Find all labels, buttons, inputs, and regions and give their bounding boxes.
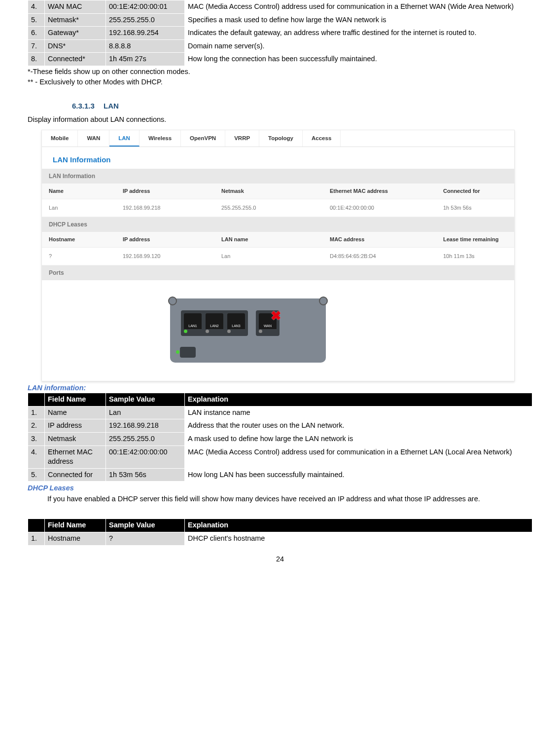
tab-access[interactable]: Access: [303, 130, 341, 147]
port-label: LAN2: [206, 324, 223, 328]
field-name: DNS*: [45, 39, 106, 53]
field-name: Netmask*: [45, 13, 106, 27]
section-bar-lan-info: LAN Information: [42, 169, 514, 184]
port-label: LAN3: [227, 324, 245, 328]
cell: 00:1E:42:00:00:00: [330, 204, 443, 212]
table-row: 3. Netmask 255.255.255.0 A mask used to …: [28, 433, 532, 446]
field-name: IP address: [45, 419, 106, 433]
row-index: 8.: [28, 53, 45, 66]
wan-port-group: WAN ✖: [256, 310, 280, 336]
table-row: 1. Name Lan LAN instance name: [28, 406, 532, 419]
col-header: Ethernet MAC address: [330, 187, 443, 195]
col-header: [28, 393, 45, 407]
wan-table: 4. WAN MAC 00:1E:42:00:00:01 MAC (Media …: [28, 0, 532, 66]
cell: 192.168.99.120: [123, 253, 221, 260]
row-index: 4.: [28, 0, 45, 14]
dhcp-row: ? 192.168.99.120 Lan D4:85:64:65:2B:D4 1…: [42, 248, 514, 265]
antenna-icon: [319, 297, 328, 305]
antenna-icon: [168, 297, 177, 305]
col-header: Name: [49, 187, 123, 195]
section-bar-dhcp: DHCP Leases: [42, 217, 514, 232]
panel-title: LAN Information: [42, 147, 514, 169]
cell: 1h 53m 56s: [443, 204, 509, 212]
explanation: MAC (Media Access Control) address used …: [185, 0, 532, 14]
col-header: Netmask: [221, 187, 330, 195]
cell: 192.168.99.218: [123, 204, 221, 212]
x-mark-icon: ✖: [271, 307, 281, 325]
sample-value: 8.8.8.8: [106, 39, 185, 53]
col-header: Lease time remaining: [443, 236, 509, 243]
dhcp-heading: DHCP Leases: [28, 483, 532, 493]
page-number: 24: [28, 555, 532, 564]
explanation: Indicates the default gateway, an addres…: [185, 27, 532, 40]
table-header-row: Field Name Sample Value Explanation: [28, 519, 532, 532]
section-heading: 6.3.1.3 LAN: [72, 101, 532, 111]
row-index: 5.: [28, 468, 45, 482]
table-row: 5. Connected for 1h 53m 56s How long LAN…: [28, 468, 532, 482]
table-header-row: Field Name Sample Value Explanation: [28, 393, 532, 407]
field-name: Hostname: [45, 532, 106, 545]
tab-wan[interactable]: WAN: [78, 130, 109, 147]
table-row: 6. Gateway* 192.168.99.254 Indicates the…: [28, 27, 532, 40]
cell: Lan: [49, 204, 123, 212]
section-number: 6.3.1.3: [72, 102, 95, 110]
col-header: Explanation: [185, 393, 532, 407]
dhcp-table: Field Name Sample Value Explanation 1. H…: [28, 519, 532, 545]
explanation: Address that the router uses on the LAN …: [185, 419, 532, 433]
sample-value: 192.168.99.254: [106, 27, 185, 40]
dhcp-paragraph: If you have enabled a DHCP server this f…: [28, 494, 532, 504]
sample-value: 1h 45m 27s: [106, 53, 185, 66]
row-index: 5.: [28, 13, 45, 27]
row-index: 4.: [28, 445, 45, 468]
col-header: Connected for: [443, 187, 509, 195]
sample-value: 00:1E:42:00:00:01: [106, 0, 185, 14]
col-header: IP address: [123, 236, 221, 243]
sample-value: ?: [106, 532, 185, 545]
tab-mobile[interactable]: Mobile: [42, 130, 78, 147]
cell: 255.255.255.0: [221, 204, 330, 212]
sample-value: Lan: [106, 406, 185, 419]
col-header: Explanation: [185, 519, 532, 532]
lan-screenshot: Mobile WAN LAN Wireless OpenVPN VRRP Top…: [41, 130, 515, 381]
footnote-2: ** - Exclusively to other Modes with DHC…: [28, 77, 532, 87]
row-index: 1.: [28, 406, 45, 419]
table-row: 4. WAN MAC 00:1E:42:00:00:01 MAC (Media …: [28, 0, 532, 14]
explanation: Specifies a mask used to define how larg…: [185, 13, 532, 27]
tab-lan[interactable]: LAN: [109, 130, 140, 147]
lan-info-heading: LAN information:: [28, 383, 532, 393]
section-intro: Display information about LAN connection…: [28, 115, 532, 125]
row-index: 6.: [28, 27, 45, 40]
col-header: LAN name: [221, 236, 330, 243]
tab-wireless[interactable]: Wireless: [140, 130, 181, 147]
port-lan3-icon: LAN3: [227, 313, 245, 329]
row-index: 7.: [28, 39, 45, 53]
table-row: 2. IP address 192.168.99.218 Address tha…: [28, 419, 532, 433]
tab-openvpn[interactable]: OpenVPN: [181, 130, 225, 147]
field-name: WAN MAC: [45, 0, 106, 14]
explanation: Domain name server(s).: [185, 39, 532, 53]
ports-panel: LAN1 LAN2 LAN3 WAN ✖: [42, 280, 514, 381]
table-row: 5. Netmask* 255.255.255.0 Specifies a ma…: [28, 13, 532, 27]
tab-topology[interactable]: Topology: [259, 130, 303, 147]
section-title: LAN: [104, 102, 119, 110]
col-header: Field Name: [45, 393, 106, 407]
row-index: 2.: [28, 419, 45, 433]
col-header: MAC address: [330, 236, 443, 243]
col-header: Sample Value: [106, 519, 185, 532]
row-index: 1.: [28, 532, 45, 545]
tab-vrrp[interactable]: VRRP: [225, 130, 259, 147]
col-header: Hostname: [49, 236, 123, 243]
field-name: Connected*: [45, 53, 106, 66]
sample-value: 192.168.99.218: [106, 419, 185, 433]
section-bar-ports: Ports: [42, 265, 514, 280]
col-header: Sample Value: [106, 393, 185, 407]
lan-info-row: Lan 192.168.99.218 255.255.255.0 00:1E:4…: [42, 199, 514, 217]
field-name: Name: [45, 406, 106, 419]
explanation: A mask used to define how large the LAN …: [185, 433, 532, 446]
explanation: How long the connection has been success…: [185, 53, 532, 66]
lan-info-table: Field Name Sample Value Explanation 1. N…: [28, 393, 532, 482]
explanation: LAN instance name: [185, 406, 532, 419]
row-index: 3.: [28, 433, 45, 446]
sample-value: 00:1E:42:00:00:00: [106, 445, 185, 468]
col-header: [28, 519, 45, 532]
